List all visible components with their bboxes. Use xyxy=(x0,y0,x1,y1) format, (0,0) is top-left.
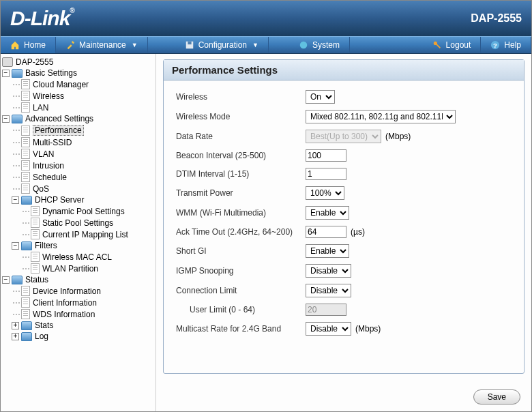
page-icon xyxy=(21,137,30,147)
wireless-mode-label: Wireless Mode xyxy=(176,112,306,121)
wmm-label: WMM (Wi-Fi Multimedia) xyxy=(176,208,306,218)
beacon-label: Beacon Interval (25-500) xyxy=(176,151,306,160)
page-icon xyxy=(21,79,30,89)
tree-vlan[interactable]: ⋯VLAN xyxy=(2,148,154,160)
tree-dynamic-pool[interactable]: ⋯Dynamic Pool Settings xyxy=(2,205,154,217)
home-icon xyxy=(10,40,20,50)
short-gi-label: Short GI xyxy=(176,246,306,256)
tree-advanced-settings[interactable]: −Advanced Settings xyxy=(2,113,154,124)
mcast-rate-select[interactable]: Disable xyxy=(306,322,351,336)
key-icon xyxy=(432,40,442,50)
folder-icon xyxy=(21,332,32,341)
tree-client-info[interactable]: ⋯Client Information xyxy=(2,297,154,308)
help-icon: ? xyxy=(490,40,500,50)
folder-icon xyxy=(21,321,32,330)
content-area: Performance Settings WirelessOn Wireless… xyxy=(156,54,531,411)
chevron-down-icon: ▼ xyxy=(132,42,138,48)
beacon-input[interactable] xyxy=(306,149,346,162)
navbar: Home Maintenance▼ Configuration▼ System … xyxy=(1,36,531,54)
page-icon xyxy=(31,206,40,216)
tree-intrusion[interactable]: ⋯Intrusion xyxy=(2,160,154,171)
globe-icon xyxy=(299,40,308,50)
tree-filters[interactable]: −Filters xyxy=(2,240,154,251)
sidebar: DAP-2555 −Basic Settings ⋯Cloud Manager … xyxy=(1,54,156,411)
ack-unit: (µs) xyxy=(351,227,365,237)
tree-dhcp-server[interactable]: −DHCP Server xyxy=(2,194,154,205)
tree-cloud-manager[interactable]: ⋯Cloud Manager xyxy=(2,78,154,90)
data-rate-select: Best(Up to 300) xyxy=(306,130,381,143)
dtim-input[interactable] xyxy=(306,168,346,180)
nav-maintenance[interactable]: Maintenance▼ xyxy=(56,37,148,53)
collapse-icon[interactable]: − xyxy=(12,242,19,250)
page-icon xyxy=(21,149,30,159)
short-gi-select[interactable]: Enable xyxy=(306,244,349,258)
device-icon xyxy=(2,57,13,67)
tree-lan[interactable]: ⋯LAN xyxy=(2,102,154,113)
collapse-icon[interactable]: − xyxy=(2,115,10,123)
tree-device[interactable]: DAP-2555 xyxy=(2,57,154,68)
folder-icon xyxy=(21,196,32,205)
page-icon xyxy=(21,91,30,101)
tree-wds-info[interactable]: ⋯WDS Information xyxy=(2,308,154,320)
page-icon xyxy=(21,183,30,194)
model-label: DAP-2555 xyxy=(471,12,522,25)
page-icon xyxy=(21,102,30,113)
wireless-mode-select[interactable]: Mixed 802.11n, 802.11g and 802.11b xyxy=(306,110,456,123)
tree-qos[interactable]: ⋯QoS xyxy=(2,183,154,194)
tree-wireless[interactable]: ⋯Wireless xyxy=(2,90,154,102)
tree-ip-mapping[interactable]: ⋯Current IP Mapping List xyxy=(2,229,154,240)
tree-wlan-partition[interactable]: ⋯WLAN Partition xyxy=(2,263,154,274)
nav-configuration[interactable]: Configuration▼ xyxy=(175,37,269,53)
tree-mac-acl[interactable]: ⋯Wireless MAC ACL xyxy=(2,251,154,263)
collapse-icon[interactable]: − xyxy=(2,276,10,284)
tree-log[interactable]: +Log xyxy=(2,331,154,342)
folder-icon xyxy=(12,69,23,78)
tx-power-label: Transmit Power xyxy=(176,188,306,198)
svg-rect-1 xyxy=(188,42,191,44)
igmp-label: IGMP Snooping xyxy=(176,266,306,276)
collapse-icon[interactable]: − xyxy=(2,70,10,77)
panel-title: Performance Settings xyxy=(164,60,524,80)
nav-help[interactable]: ? Help xyxy=(481,37,531,53)
page-icon xyxy=(31,218,40,228)
expand-icon[interactable]: + xyxy=(12,333,19,340)
conn-limit-select[interactable]: Disable xyxy=(306,284,351,297)
wireless-label: Wireless xyxy=(176,92,306,102)
igmp-select[interactable]: Disable xyxy=(306,264,351,278)
page-icon xyxy=(31,263,40,274)
settings-panel: Performance Settings WirelessOn Wireless… xyxy=(163,59,524,374)
tree-static-pool[interactable]: ⋯Static Pool Settings xyxy=(2,217,154,229)
mcast-rate-label: Multicast Rate for 2.4G Band xyxy=(176,324,306,334)
wmm-select[interactable]: Enable xyxy=(306,206,349,220)
mcast-rate-unit: (Mbps) xyxy=(355,324,381,334)
dtim-label: DTIM Interval (1-15) xyxy=(176,169,306,179)
tree-status[interactable]: −Status xyxy=(2,274,154,285)
nav-logout[interactable]: Logout xyxy=(423,37,482,53)
nav-home[interactable]: Home xyxy=(1,37,56,53)
logo: D-Link® xyxy=(10,7,74,30)
folder-icon xyxy=(12,276,23,284)
tree-schedule[interactable]: ⋯Schedule xyxy=(2,171,154,183)
folder-icon xyxy=(21,241,32,250)
disk-icon xyxy=(185,40,194,50)
svg-text:?: ? xyxy=(493,42,497,49)
wireless-select[interactable]: On xyxy=(306,90,335,104)
expand-icon[interactable]: + xyxy=(12,322,19,329)
data-rate-unit: (Mbps) xyxy=(385,132,411,141)
ack-input[interactable] xyxy=(306,226,346,238)
tree-stats[interactable]: +Stats xyxy=(2,320,154,331)
page-icon xyxy=(21,126,30,136)
tx-power-select[interactable]: 100% xyxy=(306,186,344,200)
svg-point-2 xyxy=(300,42,308,49)
collapse-icon[interactable]: − xyxy=(12,196,19,204)
tree-basic-settings[interactable]: −Basic Settings xyxy=(2,68,154,78)
user-limit-input xyxy=(306,304,346,316)
tree-device-info[interactable]: ⋯Device Information xyxy=(2,285,154,297)
data-rate-label: Data Rate xyxy=(176,132,306,141)
tree-performance[interactable]: ⋯Performance xyxy=(2,124,154,136)
tree-multi-ssid[interactable]: ⋯Multi-SSID xyxy=(2,136,154,148)
page-icon xyxy=(31,252,40,262)
nav-system[interactable]: System xyxy=(289,37,350,53)
chevron-down-icon: ▼ xyxy=(252,42,258,48)
save-button[interactable]: Save xyxy=(473,389,520,404)
